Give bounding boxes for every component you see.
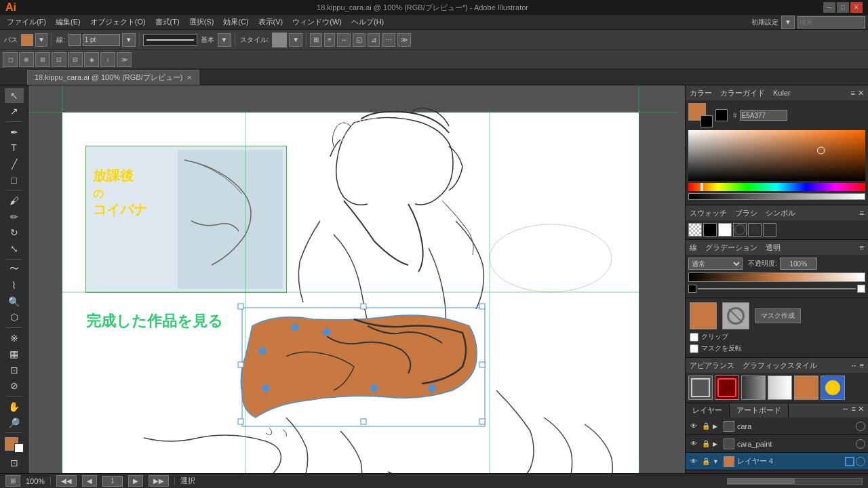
layer4-expand-icon[interactable]: ▼ [713, 458, 721, 465]
swatches-menu-icon[interactable]: ≡ [860, 209, 864, 217]
swatch-white[interactable] [718, 223, 732, 237]
appearance-item-5[interactable] [794, 375, 818, 400]
warp-tool[interactable]: 〜 [5, 262, 24, 277]
layer4-layer-circle[interactable] [856, 457, 865, 466]
tab-close-icon[interactable]: ✕ [186, 74, 192, 81]
stroke-color-swatch[interactable] [68, 34, 81, 46]
cara-layer-circle[interactable] [856, 422, 865, 431]
spacing-button[interactable]: ⊟ [68, 52, 83, 67]
swatches-panel-header[interactable]: スウォッチ ブラシ シンボル ≡ [686, 205, 868, 220]
type-tool[interactable]: T [5, 141, 24, 156]
hex-color-input[interactable] [740, 110, 787, 121]
graph-tool[interactable]: ▦ [5, 346, 24, 361]
color-spectrum[interactable] [688, 130, 865, 181]
eyedropper-tool[interactable]: 🔍 [5, 294, 24, 309]
appearance-item-3[interactable] [741, 375, 766, 400]
screen-mode-button[interactable]: ⊡ [5, 455, 24, 470]
menu-help[interactable]: ヘルプ(H) [347, 16, 388, 28]
layer-row-cara[interactable]: 👁 🔒 ▶ cara [686, 418, 868, 435]
artboard-tool[interactable]: ⊡ [5, 363, 24, 378]
next-button[interactable]: ▶ [128, 475, 143, 487]
blend-tool[interactable]: ⬡ [5, 310, 24, 325]
stroke-options-button[interactable]: ▼ [122, 33, 136, 47]
black-swatch[interactable] [715, 109, 728, 121]
appearance-item-2[interactable] [715, 375, 739, 400]
hand-tool[interactable]: ✋ [5, 399, 24, 414]
panel-menu-icon[interactable]: ≡ [851, 89, 855, 98]
arrange-button[interactable]: ⊞ [310, 33, 322, 47]
warp-button[interactable]: ⊿ [368, 33, 380, 47]
zoom-tool[interactable]: 🔎 [5, 415, 24, 430]
menu-edit[interactable]: 編集(E) [52, 16, 85, 28]
appearance-icons[interactable]: ↔ ≡ [850, 361, 864, 369]
distribute-button[interactable]: ⊡ [52, 52, 66, 67]
layer-row-background[interactable]: 👁 🔒 ▶ 背景 [686, 470, 868, 473]
freeform-tool[interactable]: ⌇ [5, 278, 24, 293]
layer4-eye-icon[interactable]: 👁 [688, 456, 699, 467]
close-button[interactable]: ✕ [850, 2, 863, 13]
align2-button[interactable]: ⊞ [35, 52, 50, 67]
hue-canvas[interactable] [688, 183, 865, 191]
transform2-button[interactable]: ↕ [100, 52, 115, 67]
cara-paint-layer-circle[interactable] [856, 439, 865, 449]
document-tab[interactable]: 18.kippu_cara.ai @ 100% (RGB/プレビュー) ✕ [27, 70, 199, 85]
appearance-item-4[interactable] [768, 375, 792, 400]
minimize-button[interactable]: ─ [823, 2, 835, 13]
extra-button[interactable]: ⋯ [382, 33, 395, 47]
preset-button[interactable]: ▼ [781, 16, 795, 29]
swatch-checkerboard[interactable] [688, 223, 702, 237]
stroke-panel-header[interactable]: 線 グラデーション 透明 ≡ [686, 240, 868, 255]
layers-icons[interactable]: ↔ ≡ ✕ [842, 405, 864, 416]
stroke-menu-icon[interactable]: ≡ [860, 243, 864, 251]
color-spectrum-canvas[interactable] [688, 130, 865, 181]
page-input[interactable] [102, 476, 123, 487]
tool-options-button[interactable]: ◻ [3, 52, 18, 67]
gradient-stop-white[interactable] [857, 285, 865, 293]
menu-effect[interactable]: 効果(C) [219, 16, 252, 28]
style-options-button[interactable]: ▼ [289, 33, 302, 47]
hue-slider[interactable] [688, 183, 865, 191]
menu-object[interactable]: オブジェクト(O) [86, 16, 150, 28]
stroke-color-box[interactable] [701, 115, 713, 127]
next-page-button[interactable]: ▶▶ [149, 475, 169, 487]
mask-thumbnail[interactable] [690, 302, 717, 329]
cara-paint-expand-icon[interactable]: ▶ [713, 441, 721, 447]
key-object-button[interactable]: ◈ [84, 52, 99, 67]
line-tool[interactable]: ╱ [5, 157, 24, 171]
cara-expand-icon[interactable]: ▶ [713, 423, 721, 430]
color-panel-header[interactable]: カラー カラーガイド Kuler ≡ ✕ [686, 85, 868, 100]
fill-stroke-indicator[interactable] [5, 437, 24, 453]
status-menu-button[interactable]: ⊞ [5, 475, 20, 487]
stroke-width-input[interactable] [83, 34, 120, 46]
rotate-tool[interactable]: ↻ [5, 226, 24, 241]
align-button[interactable]: ≡ [324, 33, 335, 47]
gradient-stop-black[interactable] [688, 285, 696, 293]
scale-tool[interactable]: ⤡ [5, 241, 24, 256]
menu-type[interactable]: 書式(T) [151, 16, 184, 28]
blend-mode-select[interactable]: 通常 [688, 258, 743, 270]
direct-select-tool[interactable]: ↗ [5, 104, 24, 119]
rect-tool[interactable]: □ [5, 173, 24, 188]
menu-view[interactable]: 表示(V) [254, 16, 288, 28]
swatch-dash[interactable] [763, 223, 776, 237]
symbol-tool[interactable]: ※ [5, 331, 24, 346]
clip-checkbox[interactable] [690, 333, 698, 342]
pathfinder-button[interactable]: ◱ [353, 33, 366, 47]
more-button[interactable]: ≫ [397, 33, 411, 47]
transform-button[interactable]: ↔ [337, 33, 351, 47]
menu-select[interactable]: 選択(S) [185, 16, 218, 28]
stroke-style-button[interactable]: ▼ [218, 33, 231, 47]
layer-row-layer4[interactable]: 👁 🔒 ▼ レイヤー 4 [686, 453, 868, 470]
swatch-dot[interactable] [748, 223, 762, 237]
prev-page-button[interactable]: ◀◀ [56, 475, 77, 487]
create-mask-button[interactable]: マスク作成 [755, 308, 801, 323]
appearance-item-6[interactable] [821, 375, 845, 400]
pencil-tool[interactable]: ✏ [5, 209, 24, 224]
panel-expand-icon[interactable]: ✕ [858, 89, 864, 98]
style-swatch[interactable] [272, 33, 287, 47]
layer-row-cara-paint[interactable]: 👁 🔒 ▶ cara_paint [686, 435, 868, 453]
swatch-circle-empty[interactable] [733, 223, 747, 237]
slice-tool[interactable]: ⊘ [5, 379, 24, 394]
gradient-preview-bar[interactable] [688, 272, 865, 282]
invert-checkbox[interactable] [690, 344, 698, 353]
